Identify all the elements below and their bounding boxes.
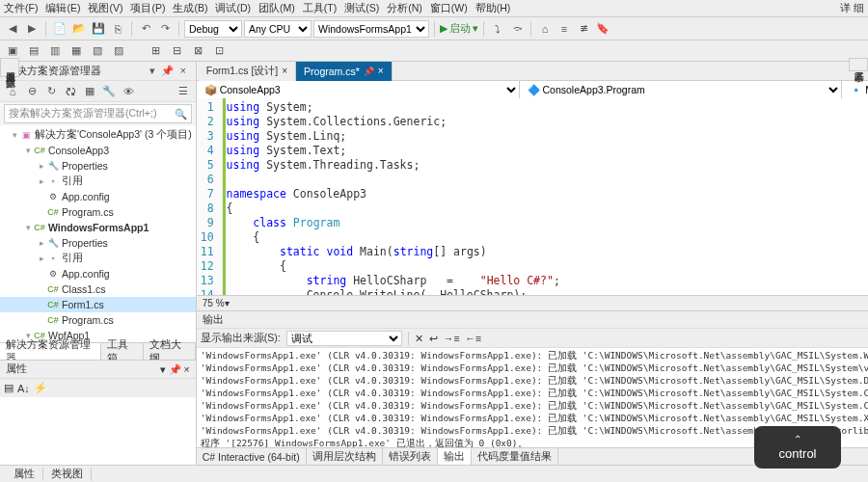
- code-line[interactable]: [227, 173, 560, 187]
- expand-icon[interactable]: ▸: [37, 176, 46, 186]
- close-icon[interactable]: ×: [176, 65, 190, 77]
- go-to-prev-icon[interactable]: ←≡: [465, 333, 481, 344]
- startup-dropdown[interactable]: WindowsFormsApp1: [313, 20, 429, 38]
- step-into-icon[interactable]: ⤵: [489, 20, 506, 38]
- close-icon[interactable]: ×: [282, 66, 287, 76]
- nav-member-dropdown[interactable]: 🔹 Main(string[] args): [842, 81, 868, 98]
- zoom-level[interactable]: 75 % ▾: [197, 295, 868, 310]
- left-tab[interactable]: 文档大纲: [144, 343, 196, 360]
- menu-item[interactable]: 分析(N): [387, 2, 422, 15]
- code-line[interactable]: using System.Collections.Generic;: [227, 115, 560, 129]
- expand-icon[interactable]: ▸: [37, 161, 46, 171]
- code-line[interactable]: using System;: [227, 100, 560, 115]
- collapse-icon[interactable]: ⊖: [23, 83, 41, 100]
- bookmarks-icon[interactable]: 🔖: [594, 20, 611, 38]
- tool-icon[interactable]: ▥: [46, 42, 64, 60]
- wrap-icon[interactable]: ↩: [429, 333, 438, 344]
- properties-icon[interactable]: 🔧: [100, 83, 118, 100]
- dropdown-icon[interactable]: ▾: [160, 363, 166, 375]
- menu-item[interactable]: 调试(D): [215, 2, 251, 15]
- code-line[interactable]: using System.Threading.Tasks;: [227, 158, 560, 173]
- status-tab[interactable]: 类视图: [43, 468, 92, 481]
- tool-icon[interactable]: ▣: [4, 42, 21, 60]
- config-dropdown[interactable]: Debug: [184, 20, 242, 38]
- left-tab[interactable]: 解决方案资源管理器: [0, 343, 101, 360]
- save-icon[interactable]: 💾: [90, 20, 107, 38]
- categorize-icon[interactable]: ▤: [4, 382, 14, 394]
- document-tab[interactable]: Program.cs*📌×: [296, 62, 393, 81]
- new-project-icon[interactable]: 📄: [51, 20, 68, 38]
- go-to-icon[interactable]: →≡: [444, 333, 460, 344]
- tool-icon[interactable]: ⊞: [147, 42, 164, 60]
- tool-icon[interactable]: ▨: [110, 42, 127, 60]
- code-line[interactable]: {: [227, 201, 560, 216]
- output-source-dropdown[interactable]: 调试: [286, 331, 402, 346]
- open-file-icon[interactable]: 📂: [70, 20, 88, 38]
- menu-item[interactable]: 工具(T): [303, 2, 337, 15]
- close-icon[interactable]: ×: [378, 66, 384, 76]
- menu-item[interactable]: 窗口(W): [430, 2, 468, 15]
- expand-icon[interactable]: ▾: [10, 130, 19, 140]
- tool-icon[interactable]: ⊡: [210, 42, 228, 60]
- code-line[interactable]: class Program: [227, 216, 560, 230]
- tool-icon[interactable]: ▤: [25, 42, 42, 60]
- home-icon[interactable]: ⌂: [4, 83, 21, 100]
- tree-node[interactable]: C#Class1.cs: [0, 281, 196, 297]
- extensions-icon[interactable]: ⌂: [536, 20, 554, 38]
- expand-icon[interactable]: ▸: [37, 254, 46, 263]
- platform-dropdown[interactable]: Any CPU: [244, 20, 312, 38]
- expand-icon[interactable]: ▸: [37, 238, 46, 248]
- alphabetical-icon[interactable]: A↓: [17, 383, 30, 394]
- tree-node[interactable]: ▸▫引用: [0, 174, 196, 189]
- code-editor[interactable]: 12345678910111213141516171819 using Syst…: [197, 98, 868, 295]
- sync-icon[interactable]: ↻: [42, 83, 60, 100]
- bottom-tab[interactable]: C# Interactive (64-bit): [197, 448, 307, 465]
- code-line[interactable]: namespace ConsoleApp3: [227, 187, 560, 201]
- detail-link[interactable]: 详 细: [840, 2, 864, 15]
- menu-item[interactable]: 团队(M): [258, 2, 295, 15]
- status-tab[interactable]: 属性: [6, 468, 43, 481]
- undo-icon[interactable]: ↶: [137, 20, 154, 38]
- tree-node[interactable]: ▸🔧Properties: [0, 158, 196, 174]
- tree-node[interactable]: ▸▫引用: [0, 251, 196, 266]
- events-icon[interactable]: ⚡: [34, 382, 47, 394]
- menu-item[interactable]: 编辑(E): [45, 2, 80, 15]
- nav-class-dropdown[interactable]: 🔷 ConsoleApp3.Program: [520, 81, 843, 98]
- menu-item[interactable]: 项目(P): [130, 2, 165, 15]
- menu-item[interactable]: 生成(B): [173, 2, 207, 15]
- refresh-icon[interactable]: 🗘: [62, 83, 79, 100]
- close-icon[interactable]: ×: [184, 363, 190, 375]
- left-tab[interactable]: 工具箱: [101, 343, 144, 360]
- code-line[interactable]: string HelloCSharp = "Hello C#?";: [227, 274, 560, 288]
- code-line[interactable]: using System.Text;: [227, 144, 560, 158]
- menu-item[interactable]: 帮助(H): [475, 2, 511, 15]
- menu-item[interactable]: 测试(S): [344, 2, 379, 15]
- tree-node[interactable]: ▾▣解决方案'ConsoleApp3' (3 个项目): [0, 127, 196, 143]
- navigate-back-icon[interactable]: ◀: [4, 20, 21, 38]
- tree-node[interactable]: ▾C#ConsoleApp3: [0, 143, 196, 158]
- pin-icon[interactable]: 📌: [169, 363, 181, 375]
- redo-icon[interactable]: ↷: [156, 20, 174, 38]
- bottom-tab[interactable]: 错误列表: [383, 448, 438, 465]
- menu-item[interactable]: 视图(V): [88, 2, 122, 15]
- nav-project-dropdown[interactable]: 📦 ConsoleApp3: [197, 81, 520, 98]
- tool-icon[interactable]: ⊠: [189, 42, 206, 60]
- dropdown-icon[interactable]: ▾: [146, 65, 159, 77]
- tree-node[interactable]: ⚙App.config: [0, 189, 196, 204]
- bottom-tab[interactable]: 代码度量值结果: [472, 448, 558, 465]
- code-line[interactable]: {: [227, 259, 560, 274]
- tree-node[interactable]: C#Form1.cs: [0, 297, 196, 312]
- step-over-icon[interactable]: ⤼: [508, 20, 526, 38]
- clear-icon[interactable]: ✕: [415, 333, 423, 344]
- expand-icon[interactable]: ▾: [23, 146, 33, 155]
- comment-icon[interactable]: ≡: [556, 20, 573, 38]
- tree-node[interactable]: ▾C#WindowsFormsApp1: [0, 220, 196, 235]
- tree-node[interactable]: C#Program.cs: [0, 312, 196, 328]
- pin-icon[interactable]: 📌: [161, 65, 175, 77]
- preview-icon[interactable]: 👁: [120, 83, 137, 100]
- code-line[interactable]: static void Main(string[] args): [227, 245, 560, 259]
- pin-icon[interactable]: 📌: [364, 67, 374, 76]
- left-dock-tabs[interactable]: 服务器资源数据源: [0, 58, 19, 77]
- code-line[interactable]: Console.WriteLine( HelloCSharp);: [227, 288, 560, 295]
- bottom-tab[interactable]: 输出: [438, 448, 472, 465]
